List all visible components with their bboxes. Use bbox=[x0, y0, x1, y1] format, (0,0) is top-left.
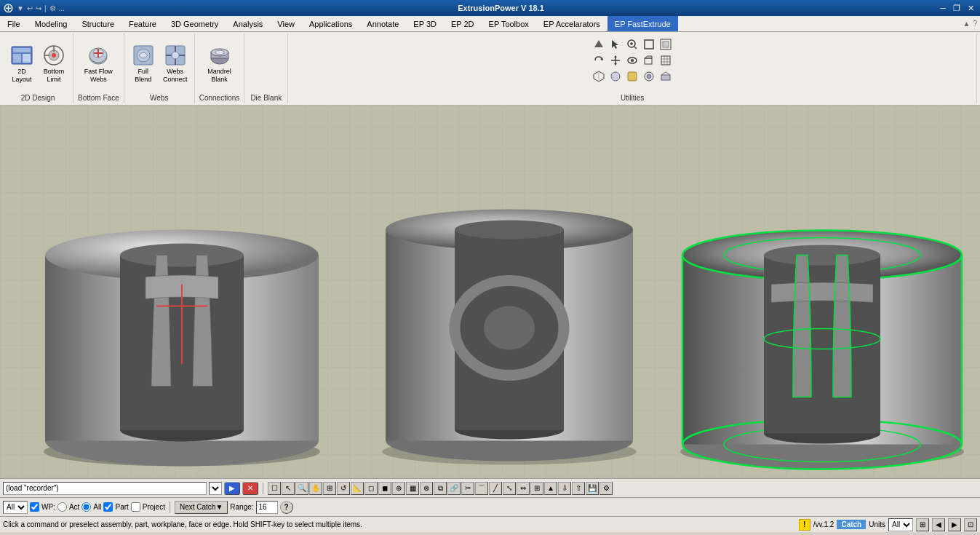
tb-cursor[interactable]: ↖ bbox=[282, 482, 295, 495]
small-btn-rotate[interactable] bbox=[591, 52, 607, 68]
small-btn-arrow[interactable] bbox=[591, 36, 607, 52]
bottom-limit-icon bbox=[42, 44, 65, 67]
command-input[interactable] bbox=[3, 482, 207, 495]
act-radio[interactable] bbox=[57, 502, 67, 512]
small-toolbar-left bbox=[589, 35, 675, 86]
viewport[interactable] bbox=[0, 105, 980, 478]
tb-zoom-in[interactable]: 🔍 bbox=[295, 482, 308, 495]
units-dropdown[interactable]: All bbox=[888, 518, 913, 531]
small-btn-view[interactable] bbox=[624, 52, 640, 68]
small-btn-3d-5[interactable] bbox=[658, 68, 674, 84]
all-radio[interactable] bbox=[81, 502, 91, 512]
tb-mirror[interactable]: ⇔ bbox=[517, 482, 530, 495]
small-btn-pan[interactable] bbox=[607, 52, 624, 68]
small-btn-zoom[interactable] bbox=[624, 36, 640, 52]
tb-arc[interactable]: ⌒ bbox=[475, 482, 488, 495]
menu-view[interactable]: View bbox=[270, 16, 302, 31]
tb-move[interactable]: ⤡ bbox=[503, 482, 516, 495]
tb-wire[interactable]: ◻ bbox=[364, 482, 378, 495]
tb-extrude[interactable]: ▲ bbox=[544, 482, 557, 495]
btn-webs-connect[interactable]: WebsConnect bbox=[161, 42, 190, 85]
menu-annotate[interactable]: Annotate bbox=[359, 16, 406, 31]
svg-line-53 bbox=[661, 72, 666, 75]
tb-plane[interactable]: ▦ bbox=[406, 482, 419, 495]
stop-btn[interactable]: ✕ bbox=[242, 482, 258, 495]
tb-save[interactable]: 💾 bbox=[586, 482, 599, 495]
view-toggle-1[interactable]: ⊞ bbox=[916, 518, 929, 531]
tb-snap[interactable]: ⊞ bbox=[323, 482, 336, 495]
small-btn-cursor[interactable] bbox=[607, 36, 624, 52]
tb-line[interactable]: ╱ bbox=[489, 482, 502, 495]
tb-config[interactable]: ⚙ bbox=[599, 482, 613, 495]
menu-file[interactable]: File bbox=[0, 16, 28, 31]
command-dropdown[interactable]: ▼ bbox=[209, 482, 222, 495]
restore-button[interactable]: ❐ bbox=[950, 4, 963, 13]
part-checkbox[interactable] bbox=[103, 502, 113, 512]
menu-ep-3d[interactable]: EP 3D bbox=[406, 16, 444, 31]
menu-ep-fastextrude[interactable]: EP FastExtrude bbox=[607, 16, 678, 31]
small-btn-3d-3[interactable] bbox=[624, 68, 640, 84]
btn-bottom-limit[interactable]: BottomLimit bbox=[39, 42, 68, 85]
all-dropdown[interactable]: All bbox=[3, 501, 28, 514]
window-controls[interactable]: ─ ❐ ✕ bbox=[937, 4, 977, 13]
menu-modeling[interactable]: Modeling bbox=[28, 16, 75, 31]
small-btn-3d-2[interactable] bbox=[607, 68, 624, 84]
tb-shade[interactable]: ◼ bbox=[378, 482, 391, 495]
view-toggle-3[interactable]: ▶ bbox=[948, 518, 961, 531]
tb-pan[interactable]: ✋ bbox=[309, 482, 322, 495]
small-btn-3d-4[interactable] bbox=[641, 68, 657, 84]
all-label: All bbox=[93, 503, 101, 511]
tb-copy[interactable]: ⧉ bbox=[434, 482, 447, 495]
tb-rotate[interactable]: ↺ bbox=[337, 482, 350, 495]
menu-ep-2d[interactable]: EP 2D bbox=[444, 16, 482, 31]
menu-analysis[interactable]: Analysis bbox=[226, 16, 270, 31]
close-button[interactable]: ✕ bbox=[965, 4, 977, 13]
ribbon-group-label-utilities: Utilities bbox=[621, 94, 644, 102]
tb-export[interactable]: ⇧ bbox=[572, 482, 585, 495]
project-checkbox[interactable] bbox=[131, 502, 140, 512]
wp-area: WP: bbox=[30, 502, 55, 512]
small-btn-box[interactable] bbox=[641, 36, 657, 52]
tb-select[interactable]: ☐ bbox=[268, 482, 281, 495]
minimize-button[interactable]: ─ bbox=[937, 4, 949, 13]
next-catch-arrow: ▼ bbox=[215, 503, 223, 511]
app-title: ExtrusionPower V 18.1 bbox=[65, 4, 937, 12]
range-input[interactable] bbox=[256, 501, 278, 514]
btn-fast-flow-webs[interactable]: Fast FlowWebs bbox=[83, 42, 114, 85]
small-btn-3d-1[interactable] bbox=[591, 68, 607, 84]
tb-del[interactable]: ✂ bbox=[461, 482, 474, 495]
small-btn-wireframe[interactable] bbox=[641, 52, 657, 68]
tb-axis[interactable]: ⊗ bbox=[420, 482, 433, 495]
btn-full-blend[interactable]: FullBlend bbox=[129, 42, 158, 85]
ribbon-collapse-icon[interactable]: ▲ bbox=[963, 20, 971, 28]
run-btn[interactable]: ▶ bbox=[224, 482, 240, 495]
btn-mandrel-blank[interactable]: MandrelBlank bbox=[205, 42, 234, 85]
ribbon-group-buttons-connections: MandrelBlank bbox=[205, 35, 234, 92]
act-label: Act bbox=[69, 503, 79, 511]
menu-applications[interactable]: Applications bbox=[302, 16, 359, 31]
btn-bottom-limit-label: BottomLimit bbox=[44, 68, 65, 84]
view-toggle-2[interactable]: ◀ bbox=[932, 518, 945, 531]
menu-3d-geometry[interactable]: 3D Geometry bbox=[164, 16, 226, 31]
menu-ep-accelarators[interactable]: EP Accelarators bbox=[536, 16, 607, 31]
small-btn-expand[interactable] bbox=[658, 36, 674, 52]
wp-checkbox[interactable] bbox=[30, 502, 39, 512]
part-label: Part bbox=[115, 503, 128, 511]
help-icon[interactable]: ? bbox=[973, 20, 977, 28]
btn-2d-layout[interactable]: 2DLayout bbox=[7, 42, 36, 85]
catch-button[interactable]: Catch bbox=[837, 520, 866, 529]
next-catch-btn[interactable]: Next Catch ▼ bbox=[175, 501, 228, 514]
help-btn[interactable]: ? bbox=[280, 501, 293, 514]
tb-link[interactable]: 🔗 bbox=[447, 482, 461, 495]
svg-marker-35 bbox=[614, 55, 617, 58]
tb-measure[interactable]: 📐 bbox=[351, 482, 364, 495]
tb-points[interactable]: ⊕ bbox=[392, 482, 405, 495]
tb-scale[interactable]: ⊞ bbox=[530, 482, 543, 495]
menu-feature[interactable]: Feature bbox=[121, 16, 164, 31]
small-btn-grid[interactable] bbox=[658, 52, 674, 68]
view-toggle-4[interactable]: ⊡ bbox=[964, 518, 977, 531]
small-row-2 bbox=[591, 52, 674, 68]
menu-ep-toolbox[interactable]: EP Toolbox bbox=[482, 16, 536, 31]
menu-structure[interactable]: Structure bbox=[74, 16, 121, 31]
tb-import[interactable]: ⇩ bbox=[558, 482, 571, 495]
